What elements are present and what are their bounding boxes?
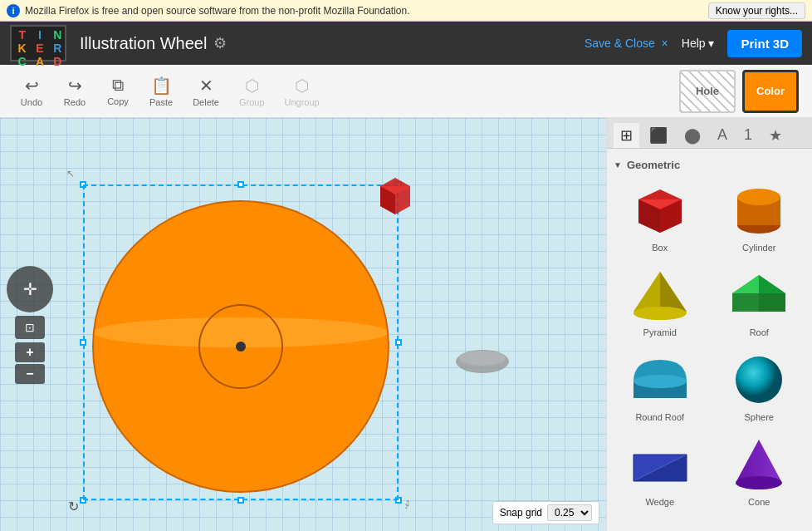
shape-label-roof: Roof (750, 327, 769, 337)
undo-label: Undo (21, 97, 42, 107)
shape-label-cylinder: Cylinder (742, 243, 775, 253)
project-title-area: Illustration Wheel ⚙ (80, 34, 571, 53)
tab-box[interactable]: ⬛ (643, 123, 674, 148)
firefox-info-bar: i Mozilla Firefox is free and open sourc… (0, 0, 812, 22)
svg-rect-25 (759, 293, 785, 312)
shapes-grid: Box Cylinder (614, 178, 805, 510)
shape-preview-round-roof (624, 351, 697, 409)
red-box-object[interactable] (380, 178, 410, 217)
firefox-bar-text: Mozilla Firefox is free and open source … (25, 5, 703, 17)
shape-preview-roof (722, 266, 795, 324)
shape-label-pyramid: Pyramid (643, 327, 677, 337)
svg-marker-23 (759, 275, 785, 293)
shape-item-roof[interactable]: Roof (713, 263, 806, 341)
paste-label: Paste (149, 97, 173, 107)
tab-grid[interactable]: ⊞ (614, 123, 639, 148)
wheel-object[interactable]: ↕ ↻ ↖ (83, 184, 399, 500)
hole-button[interactable]: Hole (679, 70, 736, 113)
canvas-objects: ↕ ↻ ↖ ↕ (0, 118, 606, 531)
view-icon: ⊡ (25, 321, 35, 334)
svg-point-8 (236, 342, 246, 352)
color-button[interactable]: Color (742, 70, 799, 113)
tab-text[interactable]: A (711, 123, 734, 148)
group-label: Group (239, 97, 265, 107)
ungroup-label: Ungroup (285, 97, 320, 107)
delete-button[interactable]: ✕ Delete (186, 72, 226, 111)
snap-grid-select[interactable]: 0.25 0.5 1 (547, 504, 592, 521)
svg-point-20 (633, 307, 687, 320)
svg-point-27 (633, 375, 687, 388)
print-3d-button[interactable]: Print 3D (727, 30, 802, 57)
redo-label: Redo (64, 97, 86, 107)
help-button[interactable]: Help ▾ (682, 37, 715, 50)
snap-grid-bar: Snap grid 0.25 0.5 1 (492, 501, 599, 524)
shape-preview-box (624, 181, 697, 239)
shape-item-box[interactable]: Box (614, 178, 707, 256)
svg-marker-22 (732, 275, 759, 293)
paste-button[interactable]: 📋 Paste (143, 72, 179, 111)
zoom-controls: + − (15, 342, 45, 384)
undo-button[interactable]: ↩ Undo (13, 72, 50, 111)
left-controls: ✛ ⊡ + − (7, 266, 53, 384)
svg-point-16 (737, 189, 780, 205)
shape-item-sphere[interactable]: Sphere (713, 347, 806, 425)
svg-point-28 (736, 356, 782, 403)
copy-label: Copy (107, 96, 129, 106)
save-close-button[interactable]: Save & Close × (585, 37, 668, 50)
main-layout: ✛ ⊡ + − (0, 118, 812, 531)
pan-control[interactable]: ✛ (7, 266, 53, 312)
group-button[interactable]: ⬡ Group (232, 72, 271, 111)
gear-icon[interactable]: ⚙ (213, 34, 227, 52)
group-icon: ⬡ (245, 76, 259, 96)
info-icon: i (7, 4, 20, 17)
snap-grid-label: Snap grid (500, 507, 542, 519)
shape-color-area: Hole Color (679, 70, 799, 113)
tab-number[interactable]: 1 (737, 123, 759, 148)
shape-item-pyramid[interactable]: Pyramid (614, 263, 707, 341)
panel-tabs: ⊞ ⬛ ⬤ A 1 ★ (607, 118, 812, 149)
delete-icon: ✕ (199, 76, 213, 96)
shape-preview-cone (722, 435, 795, 494)
view-toggle-button[interactable]: ⊡ (15, 316, 45, 339)
project-title-text: Illustration Wheel (80, 34, 207, 53)
toolbar: ↩ Undo ↪ Redo ⧉ Copy 📋 Paste ✕ Delete ⬡ … (0, 65, 812, 118)
shape-item-round-roof[interactable]: Round Roof (614, 347, 707, 425)
tinkercad-logo[interactable]: T I N K E R C A D (10, 25, 66, 61)
svg-point-4 (459, 351, 506, 366)
shape-label-wedge: Wedge (645, 497, 674, 507)
ungroup-button[interactable]: ⬡ Ungroup (278, 72, 326, 111)
zoom-out-button[interactable]: − (15, 364, 45, 384)
ungroup-icon: ⬡ (295, 76, 309, 96)
section-label: Geometric (614, 155, 805, 178)
pan-arrows-icon: ✛ (23, 279, 37, 299)
shape-label-cone: Cone (748, 497, 770, 507)
redo-button[interactable]: ↪ Redo (56, 72, 93, 111)
header: T I N K E R C A D Illustration Wheel ⚙ S… (0, 22, 812, 65)
shape-label-round-roof: Round Roof (635, 412, 684, 422)
right-panel: ⊞ ⬛ ⬤ A 1 ★ Geometric (606, 118, 812, 531)
redo-icon: ↪ (68, 76, 82, 96)
copy-button[interactable]: ⧉ Copy (100, 72, 136, 110)
copy-icon: ⧉ (112, 76, 124, 95)
shape-item-cone[interactable]: Cone (713, 432, 806, 510)
shape-item-wedge[interactable]: Wedge (614, 432, 707, 510)
resize-arrow-right: ↕ (405, 496, 411, 509)
shape-preview-cylinder (722, 181, 795, 239)
shape-preview-sphere (722, 351, 795, 409)
shape-preview-pyramid (624, 266, 697, 324)
header-actions: Save & Close × Help ▾ Print 3D (585, 30, 802, 57)
shape-label-box: Box (652, 243, 668, 253)
gray-blob-object[interactable] (455, 347, 510, 378)
panel-content: Geometric Box (607, 149, 812, 531)
shape-item-cylinder[interactable]: Cylinder (713, 178, 806, 256)
canvas-area[interactable]: ✛ ⊡ + − (0, 118, 606, 531)
shape-label-sphere: Sphere (745, 412, 774, 422)
rotate-handle[interactable]: ↻ (68, 499, 85, 515)
zoom-in-button[interactable]: + (15, 342, 45, 362)
tab-star[interactable]: ★ (762, 123, 789, 148)
know-rights-button[interactable]: Know your rights... (708, 2, 805, 19)
delete-label: Delete (193, 97, 219, 107)
shape-preview-wedge (624, 435, 697, 494)
tab-sphere[interactable]: ⬤ (677, 123, 707, 148)
corner-indicator-tl: ↖ (66, 168, 75, 179)
